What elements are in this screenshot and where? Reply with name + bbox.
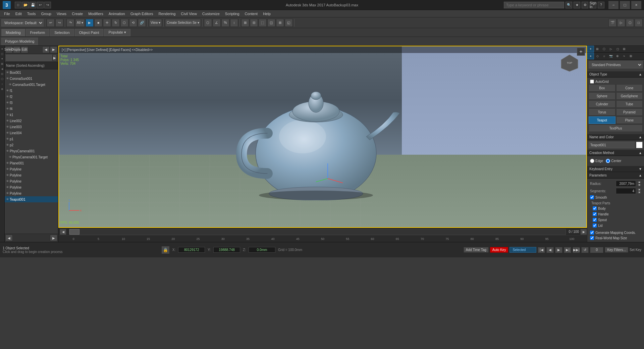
timeline-thumb[interactable] — [69, 229, 79, 235]
scroll-right-btn[interactable]: ▶ — [50, 235, 57, 241]
menu-graph-editors[interactable]: Graph Editors — [128, 11, 156, 16]
pyramid-btn[interactable]: Pyramid — [616, 108, 643, 116]
close-btn[interactable]: × — [631, 1, 641, 9]
scene-item-physcamera001-target[interactable]: 👁 PhysCamera001.Target — [5, 154, 58, 160]
anim-play-btn[interactable]: ▶ — [555, 247, 562, 253]
rp-sub-helpers[interactable]: ⊕ — [614, 53, 621, 59]
lp-icon-6[interactable]: ⊡ — [0, 71, 4, 76]
radius-value[interactable]: 2007,79m — [616, 181, 636, 187]
scene-item-coronasun001[interactable]: 👁 CoronaSun001 — [5, 76, 58, 82]
key-filters-btn[interactable]: Key Filters... — [605, 247, 628, 253]
maximize-btn[interactable]: □ — [620, 1, 630, 9]
menu-customize[interactable]: Customize — [200, 11, 222, 16]
timeline-left-btn[interactable]: ◀ — [60, 229, 66, 235]
scene-display-label[interactable]: Display — [13, 46, 20, 53]
sign-in-btn[interactable]: Sign In — [590, 2, 596, 8]
filter-expand-btn[interactable]: ▶ — [53, 54, 57, 61]
menu-group[interactable]: Group — [38, 11, 54, 16]
toolbar-spinner[interactable]: ↕ — [230, 19, 238, 27]
menu-file[interactable]: File — [1, 11, 13, 16]
select-object-btn[interactable]: ↷ — [66, 19, 74, 27]
toolbar-pct-snap[interactable]: % — [221, 19, 229, 27]
rp-tab-display[interactable]: ◻ — [614, 46, 621, 52]
center-radio-item[interactable]: Center — [606, 159, 621, 163]
rp-sub-geometry[interactable]: ● — [587, 53, 594, 59]
scene-item-line004[interactable]: 👁 Line004 — [5, 130, 58, 136]
segments-value[interactable]: 4 — [616, 188, 636, 194]
scene-item-f2[interactable]: 👁 f2 — [5, 94, 58, 100]
toolbar-render-frame[interactable]: □ — [635, 19, 643, 27]
geosphere-btn[interactable]: GeoSphere — [616, 92, 643, 100]
toolbar-btn-ref[interactable]: ⟲ — [129, 19, 137, 27]
scene-item-f3[interactable]: 👁 f3 — [5, 100, 58, 106]
scene-item-k1[interactable]: 👁 k1 — [5, 112, 58, 118]
rp-tab-modify[interactable]: ⊞ — [594, 46, 601, 52]
select-rotate-btn[interactable]: ↻ — [112, 19, 120, 27]
body-checkbox[interactable] — [593, 206, 597, 210]
minimize-btn[interactable]: − — [608, 1, 619, 9]
x-coord[interactable]: 80129172 — [178, 247, 205, 253]
menu-rendering[interactable]: Rendering — [156, 11, 178, 16]
scene-item-coronasun001-target[interactable]: 👁 CoronaSun001.Target — [5, 82, 58, 88]
rp-sub-spacewarps[interactable]: ≈ — [621, 53, 628, 59]
gen-mapping-checkbox[interactable] — [590, 231, 594, 235]
edge-radio-item[interactable]: Edge — [590, 159, 603, 163]
teapot-btn[interactable]: Teapot — [589, 116, 615, 124]
toolbar-quick-render[interactable]: ▷ — [617, 19, 625, 27]
rp-sub-systems[interactable]: ⊞ — [628, 53, 634, 59]
scene-item-line002[interactable]: 👁 Line002 — [5, 118, 58, 124]
radius-down[interactable]: ▼ — [637, 184, 641, 187]
menu-modifiers[interactable]: Modifiers — [86, 11, 106, 16]
anim-time-input[interactable]: 0 — [590, 247, 603, 253]
rp-sub-shapes[interactable]: ◇ — [594, 53, 601, 59]
rp-tab-utilities[interactable]: ⊞ — [621, 46, 628, 52]
scene-edit-label[interactable]: Edit — [21, 46, 28, 53]
color-swatch[interactable] — [636, 142, 643, 148]
settings-icon[interactable]: ⚙ — [582, 2, 588, 8]
menu-create[interactable]: Create — [69, 11, 86, 16]
scene-list[interactable]: 👁 Box001 👁 CoronaSun001 👁 CoronaSun001.T… — [5, 69, 58, 234]
tab-modeling[interactable]: Modeling — [1, 29, 25, 36]
segments-up[interactable]: ▲ — [637, 188, 641, 191]
box-btn[interactable]: Box — [589, 84, 615, 92]
select-tool-btn[interactable]: ▶ — [86, 19, 94, 27]
viewport[interactable]: [+] [Perspective] [User Defined] [Edged … — [58, 46, 587, 228]
scene-item-p2[interactable]: 👁 p2 — [5, 142, 58, 148]
anim-prev-btn[interactable]: ◀ — [546, 247, 554, 253]
toolbar-angle-snap[interactable]: ∠ — [213, 19, 221, 27]
search-icon[interactable]: 🔍 — [566, 2, 572, 8]
real-world-checkbox[interactable] — [590, 236, 594, 240]
select-region-btn[interactable]: ■ — [94, 19, 102, 27]
add-object-btn[interactable]: + — [577, 48, 585, 56]
tab-populate[interactable]: Populate ▾ — [104, 29, 130, 36]
keyboard-entry-section-header[interactable]: Keyboard Entry ▼ — [587, 166, 644, 172]
toolbar-redo[interactable]: ↪ — [55, 19, 63, 27]
anim-first-btn[interactable]: |◀ — [538, 247, 545, 253]
save-btn[interactable]: 💾 — [30, 2, 36, 8]
scene-item-polyline-4[interactable]: 👁 Polyline — [5, 184, 58, 190]
polygon-modeling-tab[interactable]: Polygon Modeling — [1, 38, 38, 45]
scene-item-plane001[interactable]: 👁 Plane001 — [5, 160, 58, 166]
menu-edit[interactable]: Edit — [13, 11, 24, 16]
tab-object-paint[interactable]: Object Paint — [75, 29, 104, 36]
rp-tab-create[interactable]: ✦ — [587, 46, 594, 52]
add-time-btn[interactable]: Add Time Tag — [464, 247, 489, 253]
menu-help[interactable]: Help — [260, 11, 273, 16]
menu-tools[interactable]: Tools — [24, 11, 39, 16]
lp-icon-1[interactable]: ▸ — [0, 46, 4, 51]
scene-item-f1[interactable]: 👁 f1 — [5, 88, 58, 94]
z-coord[interactable]: 0.0mm — [249, 247, 275, 253]
scene-item-p1[interactable]: 👁 p1 — [5, 136, 58, 142]
rp-tab-motion[interactable]: ▷ — [607, 46, 614, 52]
lid-checkbox[interactable] — [593, 223, 597, 228]
view-select[interactable]: View ▾ — [149, 19, 162, 27]
edge-radio[interactable] — [590, 159, 594, 163]
primitives-type-select[interactable]: Standard Primitives — [589, 61, 643, 68]
help-icon[interactable]: ? — [598, 2, 604, 8]
toolbar-array[interactable]: ⊞ — [276, 19, 284, 27]
toolbar-undo[interactable]: ↩ — [47, 19, 55, 27]
smooth-checkbox[interactable] — [590, 195, 594, 199]
rp-sub-cameras[interactable]: 📷 — [607, 53, 614, 59]
toolbar-btn-snap[interactable]: 🔗 — [138, 19, 146, 27]
tab-selection[interactable]: Selection — [50, 29, 74, 36]
